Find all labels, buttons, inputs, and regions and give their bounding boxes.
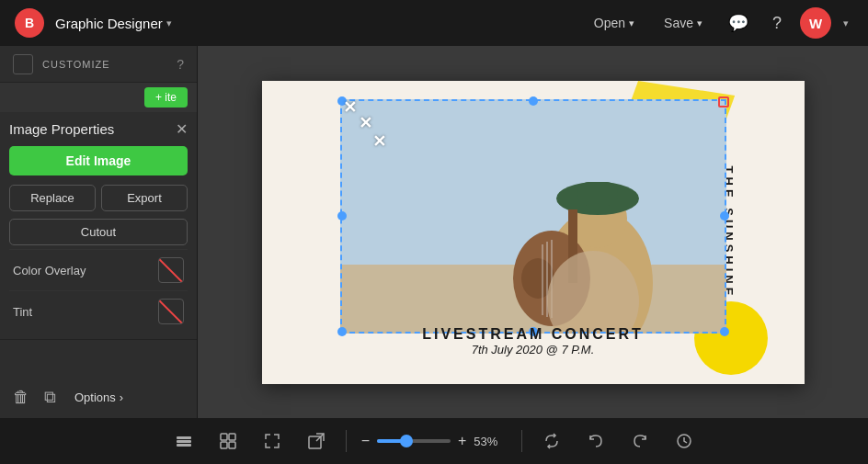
color-overlay-swatch[interactable]	[158, 257, 184, 283]
layers-icon-button[interactable]	[169, 426, 199, 456]
external-link-icon	[307, 432, 326, 450]
undo-icon-button[interactable]	[581, 426, 611, 456]
app-name-dropdown[interactable]: Graphic Designer ▾	[55, 16, 172, 31]
concert-date: 7th July 2020 @ 7 P.M.	[422, 343, 644, 356]
svg-rect-19	[229, 442, 235, 448]
svg-rect-18	[221, 442, 227, 448]
color-overlay-label: Color Overlay	[13, 264, 158, 277]
grid-icon	[219, 432, 237, 450]
export-button[interactable]: Export	[101, 185, 188, 211]
left-panel: CUSTOMIZE ? + ite Image Properties ✕ Edi…	[0, 46, 198, 418]
canvas-area[interactable]: THE SUNSHINE THE SUNSHINE	[198, 46, 868, 418]
customize-icon	[13, 54, 33, 74]
replace-button[interactable]: Replace	[9, 185, 96, 211]
zoom-out-button[interactable]: −	[361, 433, 370, 449]
tint-swatch[interactable]	[158, 299, 184, 324]
grid-icon-button[interactable]	[213, 426, 243, 456]
repeat-icon	[542, 432, 561, 450]
photo-svg	[340, 99, 726, 334]
tint-row: Tint	[9, 290, 188, 332]
redo-icon	[631, 432, 649, 450]
cutout-button[interactable]: Cutout	[9, 219, 188, 245]
design-canvas: THE SUNSHINE THE SUNSHINE	[262, 81, 805, 384]
layers-icon	[175, 432, 193, 450]
svg-rect-14	[177, 440, 191, 443]
tint-label: Tint	[13, 305, 158, 319]
zoom-controls: − + 53%	[361, 433, 508, 449]
undo-icon	[587, 432, 605, 450]
history-icon	[675, 432, 693, 450]
image-properties-title: Image Properties	[9, 121, 114, 137]
concert-text-block: LIVESTREAM CONCERT 7th July 2020 @ 7 P.M…	[422, 326, 644, 356]
help-icon-button[interactable]: ?	[761, 7, 793, 39]
tint-swatch-line-icon	[158, 300, 183, 324]
zoom-slider-thumb[interactable]	[400, 435, 413, 447]
expand-icon	[263, 432, 281, 450]
account-dropdown-button[interactable]: ▾	[839, 7, 853, 39]
zoom-level-display: 53%	[474, 435, 507, 448]
zoom-slider[interactable]	[377, 439, 451, 443]
save-menu-button[interactable]: Save ▾	[655, 10, 712, 36]
edit-image-button[interactable]: Edit Image	[9, 146, 188, 175]
nav-icons: 💬 ? W ▾	[723, 7, 853, 39]
svg-rect-13	[177, 436, 191, 439]
concert-title: LIVESTREAM CONCERT	[422, 326, 644, 343]
photo-frame[interactable]	[340, 99, 726, 334]
help-icon[interactable]: ?	[177, 57, 184, 72]
options-button[interactable]: Options ›	[67, 387, 131, 408]
photo-background	[340, 99, 726, 334]
bottom-toolbar: − + 53%	[0, 418, 868, 464]
open-menu-button[interactable]: Open ▾	[585, 10, 644, 36]
close-panel-button[interactable]: ✕	[176, 122, 188, 137]
swatch-line-icon	[158, 258, 183, 283]
svg-rect-16	[221, 434, 227, 440]
repeat-icon-button[interactable]	[537, 426, 566, 456]
svg-rect-15	[177, 444, 191, 447]
user-avatar[interactable]: W	[800, 7, 831, 39]
zoom-in-button[interactable]: +	[458, 433, 466, 449]
toolbar-separator-2	[521, 430, 522, 452]
customize-bar: CUSTOMIZE ?	[0, 46, 197, 83]
external-link-icon-button[interactable]	[302, 426, 331, 456]
add-element-btn[interactable]: + ite	[144, 87, 188, 108]
replace-export-row: Replace Export	[9, 185, 188, 211]
top-nav: B Graphic Designer ▾ Open ▾ Save ▾ 💬 ? W…	[0, 0, 868, 46]
app-logo[interactable]: B	[15, 8, 44, 38]
color-overlay-row: Color Overlay	[9, 249, 188, 290]
history-icon-button[interactable]	[669, 426, 699, 456]
redo-icon-button[interactable]	[625, 426, 655, 456]
image-properties-header: Image Properties ✕	[9, 121, 188, 137]
svg-rect-17	[229, 434, 235, 440]
expand-icon-button[interactable]	[257, 426, 287, 456]
toolbar-separator-1	[346, 430, 347, 452]
main-layout: CUSTOMIZE ? + ite Image Properties ✕ Edi…	[0, 46, 868, 418]
image-properties-panel: Image Properties ✕ Edit Image Replace Ex…	[0, 112, 197, 340]
duplicate-button[interactable]: ⧉	[40, 384, 60, 411]
delete-button[interactable]: 🗑	[9, 384, 33, 411]
chat-icon-button[interactable]: 💬	[723, 7, 754, 39]
svg-line-21	[316, 434, 324, 441]
customize-label: CUSTOMIZE	[42, 59, 177, 70]
bottom-action-bar: 🗑 ⧉ Options ›	[0, 366, 197, 418]
svg-rect-5	[577, 182, 618, 206]
